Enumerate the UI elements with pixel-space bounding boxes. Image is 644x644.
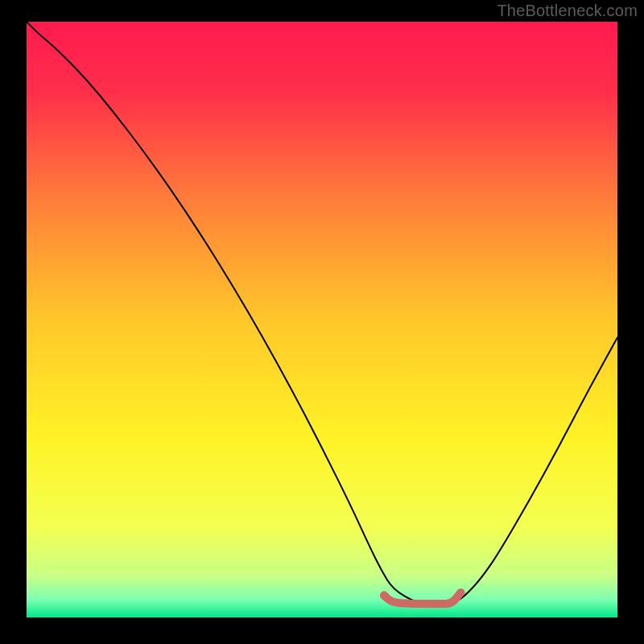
optimal-range-dot	[380, 592, 388, 600]
chart-frame: TheBottleneck.com	[0, 0, 644, 644]
plot-background	[27, 22, 617, 617]
chart-svg	[0, 0, 644, 644]
watermark-text: TheBottleneck.com	[497, 2, 638, 20]
